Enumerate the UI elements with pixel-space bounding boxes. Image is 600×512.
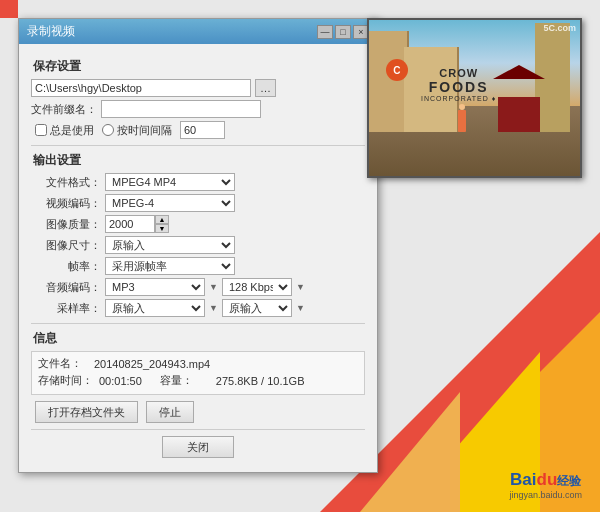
prefix-row: 文件前缀名： <box>31 100 365 118</box>
browse-button[interactable]: … <box>255 79 276 97</box>
scene-character <box>458 110 466 132</box>
save-path-row: … <box>31 79 365 97</box>
close-dialog-button[interactable]: 关闭 <box>162 436 234 458</box>
scene-barn <box>498 97 540 132</box>
duration-row: 存储时间： 00:01:50 容量： 275.8KB / 10.1GB <box>38 373 358 388</box>
titlebar-buttons: — □ × <box>317 25 369 39</box>
sample-rate-arrow: ▼ <box>209 303 218 313</box>
frame-rate-row: 帧率： 采用源帧率 <box>31 257 365 275</box>
bg-top-left <box>0 0 18 18</box>
minimize-button[interactable]: — <box>317 25 333 39</box>
baidu-area: Baidu经验 jingyan.baidu.com <box>509 470 582 500</box>
filename-label: 文件名： <box>38 356 88 371</box>
sample-rate-row: 采样率： 原输入 ▼ 原输入 ▼ <box>31 299 365 317</box>
info-section: 文件名： 20140825_204943.mp4 存储时间： 00:01:50 … <box>31 351 365 395</box>
audio-codec-label: 音频编码： <box>31 280 101 295</box>
sample-rate-arrow2: ▼ <box>296 303 305 313</box>
sample-rate-select2[interactable]: 原输入 <box>222 299 292 317</box>
image-quality-spinbox: ▲ ▼ <box>105 215 169 233</box>
image-quality-label: 图像质量： <box>31 217 101 232</box>
baidu-url: jingyan.baidu.com <box>509 490 582 500</box>
audio-codec-arrow: ▼ <box>209 282 218 292</box>
timer-label: 按时间间隔 <box>102 123 172 138</box>
close-row: 关闭 <box>31 436 365 458</box>
format-row: 文件格式： MPEG4 MP4 <box>31 173 365 191</box>
save-path-input[interactable] <box>31 79 251 97</box>
info-header: 信息 <box>31 330 365 347</box>
always-use-checkbox[interactable] <box>35 124 47 136</box>
frame-rate-label: 帧率： <box>31 259 101 274</box>
video-scene: C CROW FOODS INCORPORATED ♦ 5C.com <box>369 20 580 176</box>
audio-codec-row: 音频编码： MP3 ▼ 128 Kbps ▼ <box>31 278 365 296</box>
duration-label: 存储时间： <box>38 373 93 388</box>
image-size-select[interactable]: 原输入 <box>105 236 235 254</box>
audio-codec-select[interactable]: MP3 <box>105 278 205 296</box>
image-size-label: 图像尺寸： <box>31 238 101 253</box>
video-watermark: 5C.com <box>543 23 576 33</box>
filename-row: 文件名： 20140825_204943.mp4 <box>38 356 358 371</box>
timer-radio[interactable] <box>102 124 114 136</box>
prefix-label: 文件前缀名： <box>31 102 97 117</box>
image-size-row: 图像尺寸： 原输入 <box>31 236 365 254</box>
scene-sign-foods: FOODS <box>401 79 517 95</box>
dialog-titlebar: 录制视频 — □ × <box>19 19 377 44</box>
baidu-bai: Bai <box>510 470 536 489</box>
action-row: 打开存档文件夹 停止 <box>31 401 365 423</box>
scene-sign: CROW FOODS INCORPORATED ♦ <box>401 67 517 102</box>
divider-3 <box>31 429 365 430</box>
stop-button[interactable]: 停止 <box>146 401 194 423</box>
duration-value: 00:01:50 <box>99 375 142 387</box>
size-value: 275.8KB / 10.1GB <box>216 375 305 387</box>
dialog-content: 保存设置 … 文件前缀名： 总是使用 按时间间隔 输出设置 文件格式： <box>19 44 377 472</box>
spinbox-up[interactable]: ▲ <box>155 215 169 224</box>
main-dialog: 录制视频 — □ × 保存设置 … 文件前缀名： 总是使用 按时间间隔 <box>18 18 378 473</box>
prefix-input[interactable] <box>101 100 261 118</box>
format-label: 文件格式： <box>31 175 101 190</box>
maximize-button[interactable]: □ <box>335 25 351 39</box>
scene-sign-crow: CROW <box>401 67 517 79</box>
sample-rate-label: 采样率： <box>31 301 101 316</box>
video-codec-label: 视频编码： <box>31 196 101 211</box>
baidu-jingyan: 经验 <box>557 474 581 488</box>
sample-rate-select[interactable]: 原输入 <box>105 299 205 317</box>
timer-row: 总是使用 按时间间隔 <box>31 121 365 139</box>
spinbox-buttons: ▲ ▼ <box>155 215 169 233</box>
audio-bitrate-select[interactable]: 128 Kbps <box>222 278 292 296</box>
baidu-logo: Baidu经验 <box>509 470 582 490</box>
open-folder-button[interactable]: 打开存档文件夹 <box>35 401 138 423</box>
format-select[interactable]: MPEG4 MP4 <box>105 173 235 191</box>
image-quality-input[interactable] <box>105 215 155 233</box>
timer-input[interactable] <box>180 121 225 139</box>
video-codec-select[interactable]: MPEG-4 <box>105 194 235 212</box>
frame-rate-select[interactable]: 采用源帧率 <box>105 257 235 275</box>
image-quality-row: 图像质量： ▲ ▼ <box>31 215 365 233</box>
video-codec-row: 视频编码： MPEG-4 <box>31 194 365 212</box>
divider-2 <box>31 323 365 324</box>
always-use-label: 总是使用 <box>35 123 94 138</box>
scene-sign-inc: INCORPORATED ♦ <box>401 95 517 102</box>
dialog-title: 录制视频 <box>27 23 75 40</box>
baidu-du: du <box>537 470 558 489</box>
save-settings-header: 保存设置 <box>31 58 365 75</box>
divider-1 <box>31 145 365 146</box>
filename-value: 20140825_204943.mp4 <box>94 358 210 370</box>
size-label: 容量： <box>160 373 210 388</box>
output-settings-header: 输出设置 <box>31 152 365 169</box>
audio-bitrate-arrow: ▼ <box>296 282 305 292</box>
video-preview: C CROW FOODS INCORPORATED ♦ 5C.com <box>367 18 582 178</box>
spinbox-down[interactable]: ▼ <box>155 224 169 233</box>
